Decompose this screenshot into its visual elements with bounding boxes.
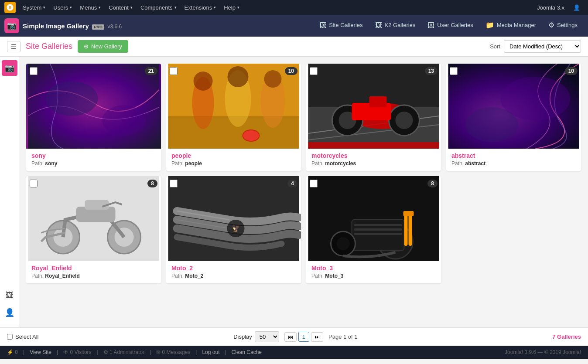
pagination-bar: Select All Display 10 20 50 100 ⏮ 1 ⏭ Pa… bbox=[0, 327, 588, 346]
select-all-label: Select All bbox=[15, 333, 38, 340]
gallery-checkbox-moto3[interactable] bbox=[310, 180, 318, 187]
settings-label: Settings bbox=[557, 22, 578, 28]
gallery-image-moto2: 4 🦅 bbox=[166, 176, 301, 261]
gallery-checkbox-sony[interactable] bbox=[30, 67, 38, 75]
page-current-number: 1 bbox=[298, 332, 309, 342]
content-menu[interactable]: Content ▾ bbox=[105, 0, 136, 15]
sidebar-icon-image[interactable]: 🖼 bbox=[2, 287, 17, 303]
debug-count: ⚡ 0 bbox=[7, 349, 18, 355]
gallery-info-people: people Path: people bbox=[166, 149, 301, 171]
menus-menu[interactable]: Menus ▾ bbox=[76, 0, 104, 15]
gallery-card-motorcycles[interactable]: 13 bbox=[306, 64, 441, 171]
gallery-image-svg-royal bbox=[26, 176, 161, 261]
joomla-logo[interactable] bbox=[4, 2, 16, 13]
sec-nav-links: 🖼 Site Galleries 🖼 K2 Galleries 🖼 User G… bbox=[313, 15, 584, 37]
sidebar: 📷 🖼 👤 bbox=[0, 57, 19, 327]
gallery-card-sony[interactable]: 21 bbox=[26, 64, 161, 171]
gallery-count-moto3: 8 bbox=[427, 180, 438, 187]
gallery-path-sony: Path: sony bbox=[31, 160, 156, 167]
gallery-image-moto3: 8 bbox=[306, 176, 441, 261]
media-manager-link[interactable]: 📁 Media Manager bbox=[479, 15, 542, 37]
clean-cache-link[interactable]: Clean Cache bbox=[232, 349, 262, 355]
gallery-card-royal-enfield[interactable]: 8 bbox=[26, 176, 161, 283]
extensions-caret: ▾ bbox=[214, 5, 216, 10]
plus-icon: ⊕ bbox=[84, 43, 89, 50]
new-gallery-label: New Gallery bbox=[91, 43, 122, 50]
gallery-info-moto2: Moto_2 Path: Moto_2 bbox=[166, 261, 301, 283]
gallery-image-motorcycles: 13 bbox=[306, 64, 441, 149]
gallery-checkbox-people[interactable] bbox=[170, 67, 178, 75]
sidebar-icon-user[interactable]: 👤 bbox=[2, 305, 17, 320]
site-galleries-label: Site Galleries bbox=[329, 22, 362, 28]
gallery-count-motorcycles: 13 bbox=[425, 67, 438, 75]
select-all-checkbox[interactable] bbox=[7, 334, 13, 340]
gallery-count-royal-enfield: 8 bbox=[147, 180, 157, 187]
svg-point-9 bbox=[194, 71, 213, 91]
display-wrap: Display 10 20 50 100 bbox=[233, 331, 279, 342]
svg-point-1 bbox=[46, 81, 98, 116]
visitors-count: 👁 0 Visitors bbox=[63, 349, 92, 355]
svg-point-28 bbox=[466, 107, 518, 142]
page-title: Site Galleries bbox=[26, 42, 72, 51]
sidebar-icon-gallery[interactable]: 📷 bbox=[2, 60, 17, 76]
display-select[interactable]: 10 20 50 100 bbox=[255, 331, 279, 342]
users-menu[interactable]: Users ▾ bbox=[50, 0, 75, 15]
logout-link[interactable]: Log out bbox=[202, 349, 219, 355]
gallery-card-moto3[interactable]: 8 bbox=[306, 176, 441, 283]
brand-version: v3.6.6 bbox=[108, 24, 122, 30]
top-navigation: System ▾ Users ▾ Menus ▾ Content ▾ Compo… bbox=[0, 0, 588, 15]
site-galleries-link[interactable]: 🖼 Site Galleries bbox=[313, 15, 369, 37]
page-last-button[interactable]: ⏭ bbox=[311, 332, 323, 342]
gallery-info-moto3: Moto_3 Path: Moto_3 bbox=[306, 261, 441, 283]
gallery-count-moto2: 4 bbox=[287, 180, 297, 187]
gallery-path-moto2: Path: Moto_2 bbox=[171, 273, 296, 279]
system-caret: ▾ bbox=[43, 5, 45, 10]
svg-rect-49 bbox=[354, 228, 402, 231]
svg-point-21 bbox=[396, 112, 413, 129]
gallery-checkbox-royal-enfield[interactable] bbox=[30, 180, 38, 187]
gallery-title-sony: sony bbox=[31, 152, 156, 159]
help-caret: ▾ bbox=[237, 5, 239, 10]
new-gallery-button[interactable]: ⊕ New Gallery bbox=[78, 40, 128, 53]
k2-galleries-link[interactable]: 🖼 K2 Galleries bbox=[369, 15, 422, 37]
joomla-version[interactable]: Joomla 3.x bbox=[533, 0, 568, 15]
svg-text:🦅: 🦅 bbox=[232, 224, 240, 232]
gallery-image-sony: 21 bbox=[26, 64, 161, 149]
gallery-checkbox-abstract[interactable] bbox=[450, 67, 458, 75]
system-menu[interactable]: System ▾ bbox=[19, 0, 49, 15]
view-site-link[interactable]: View Site bbox=[30, 349, 51, 355]
content-caret: ▾ bbox=[130, 5, 133, 10]
hamburger-button[interactable]: ☰ bbox=[7, 41, 21, 52]
gallery-path-moto3: Path: Moto_3 bbox=[311, 273, 436, 279]
user-galleries-link[interactable]: 🖼 User Galleries bbox=[421, 15, 479, 37]
svg-rect-24 bbox=[369, 96, 387, 107]
gallery-card-moto2[interactable]: 4 🦅 bbox=[166, 176, 301, 283]
gallery-card-abstract[interactable]: 10 bbox=[446, 64, 581, 171]
main-content: 📷 🖼 👤 21 bbox=[0, 57, 588, 327]
user-menu[interactable]: 👤 bbox=[570, 0, 584, 15]
gallery-info-royal-enfield: Royal_Enfield Path: Royal_Enfield bbox=[26, 261, 161, 283]
gallery-path-people: Path: people bbox=[171, 160, 296, 167]
separator-1: | bbox=[23, 349, 24, 355]
gallery-row-1: 21 bbox=[26, 64, 581, 171]
top-nav-right: Joomla 3.x 👤 bbox=[533, 0, 584, 15]
sort-section: Sort Date Modified (Desc) Date Modified … bbox=[490, 40, 581, 53]
gallery-count-people: 10 bbox=[285, 67, 297, 75]
help-menu[interactable]: Help ▾ bbox=[220, 0, 243, 15]
gallery-image-svg-abstract bbox=[446, 64, 581, 149]
sort-select[interactable]: Date Modified (Desc) Date Modified (Asc)… bbox=[504, 40, 581, 53]
gallery-path-abstract: Path: abstract bbox=[451, 160, 576, 167]
settings-link[interactable]: ⚙ Settings bbox=[542, 15, 584, 37]
settings-icon: ⚙ bbox=[548, 21, 554, 29]
page-first-button[interactable]: ⏮ bbox=[284, 332, 297, 342]
extensions-menu[interactable]: Extensions ▾ bbox=[181, 0, 220, 15]
user-galleries-icon: 🖼 bbox=[427, 21, 434, 29]
gallery-checkbox-motorcycles[interactable] bbox=[310, 67, 318, 75]
gallery-card-people[interactable]: 10 bbox=[166, 64, 301, 171]
k2-galleries-label: K2 Galleries bbox=[385, 22, 416, 28]
gallery-checkbox-moto2[interactable] bbox=[170, 180, 178, 187]
components-menu[interactable]: Components ▾ bbox=[137, 0, 180, 15]
media-manager-label: Media Manager bbox=[497, 22, 536, 28]
gallery-info-motorcycles: motorcycles Path: motorcycles bbox=[306, 149, 441, 171]
gallery-count-sony: 21 bbox=[145, 67, 157, 75]
